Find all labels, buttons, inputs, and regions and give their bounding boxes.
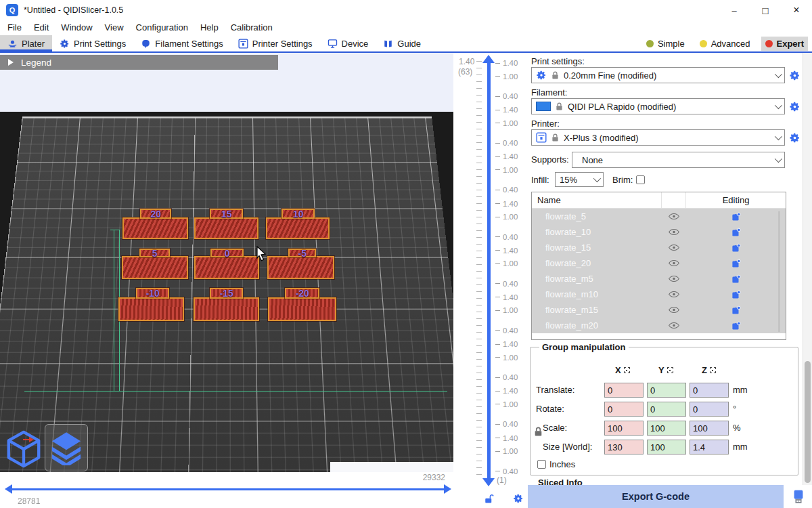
layer-slider-upper-thumb[interactable] bbox=[482, 55, 495, 63]
lock-icon bbox=[551, 70, 559, 80]
viewport-3d[interactable]: 20 15 10 5 0 -5 -10 -15 -20 Legend bbox=[0, 53, 453, 472]
rotate-x-input[interactable] bbox=[604, 402, 644, 417]
infill-combo[interactable]: 15% bbox=[555, 172, 604, 187]
object-row[interactable]: flowrate_5 bbox=[532, 209, 786, 224]
model-object[interactable]: 20 bbox=[122, 217, 188, 239]
lock-open-icon[interactable] bbox=[484, 493, 494, 505]
object-row[interactable]: flowrate_10 bbox=[532, 224, 786, 240]
menu-file[interactable]: File bbox=[1, 20, 28, 35]
object-row[interactable]: flowrate_m20 bbox=[532, 318, 786, 333]
model-object[interactable]: 15 bbox=[194, 217, 258, 239]
supports-combo[interactable]: None bbox=[572, 152, 785, 168]
size-x-input[interactable] bbox=[604, 440, 644, 454]
model-object[interactable]: 10 bbox=[266, 217, 330, 239]
object-row[interactable]: flowrate_20 bbox=[532, 255, 786, 271]
export-to-sd-button[interactable] bbox=[785, 485, 812, 508]
tab-device[interactable]: Device bbox=[320, 35, 376, 51]
inches-checkbox[interactable] bbox=[537, 460, 546, 469]
scale-z-input[interactable] bbox=[690, 421, 729, 436]
model-object[interactable]: 5 bbox=[122, 256, 188, 279]
visibility-eye-icon[interactable] bbox=[662, 244, 686, 251]
rotate-z-input[interactable] bbox=[690, 402, 729, 417]
printer-icon bbox=[238, 39, 248, 49]
editing-icon[interactable] bbox=[686, 212, 786, 221]
tab-printer-settings[interactable]: Printer Settings bbox=[231, 35, 320, 51]
tab-guide[interactable]: Guide bbox=[376, 35, 428, 51]
visibility-eye-icon[interactable] bbox=[662, 228, 686, 236]
chevron-down-icon bbox=[775, 70, 782, 78]
filament-combo[interactable]: QIDI PLA Rapido (modified) bbox=[531, 98, 785, 114]
tab-plater[interactable]: Plater bbox=[0, 35, 52, 51]
tab-filament-settings[interactable]: Filament Settings bbox=[133, 35, 230, 51]
translate-z-input[interactable] bbox=[690, 383, 729, 398]
menu-edit[interactable]: Edit bbox=[28, 20, 55, 35]
object-row[interactable]: flowrate_m10 bbox=[532, 287, 786, 302]
editing-icon[interactable] bbox=[686, 259, 786, 268]
column-visibility bbox=[662, 192, 686, 208]
scale-y-input[interactable] bbox=[647, 421, 686, 436]
minimize-button[interactable]: – bbox=[719, 0, 750, 20]
gcode-slider-track[interactable] bbox=[11, 488, 444, 490]
model-object[interactable]: 0 bbox=[194, 256, 259, 279]
object-list-scrollbar[interactable] bbox=[778, 211, 780, 332]
tab-print-settings[interactable]: Print Settings bbox=[52, 35, 133, 51]
edit-filament-gear-icon[interactable] bbox=[789, 101, 800, 112]
menu-calibration[interactable]: Calibration bbox=[225, 20, 279, 35]
gcode-slider-right-thumb[interactable] bbox=[444, 484, 451, 494]
visibility-eye-icon[interactable] bbox=[662, 213, 686, 220]
size-y-input[interactable] bbox=[647, 440, 686, 454]
menu-configuration[interactable]: Configuration bbox=[130, 20, 194, 35]
brim-checkbox[interactable] bbox=[636, 175, 645, 184]
model-object[interactable]: -10 bbox=[118, 297, 184, 321]
uniform-scale-lock-icon[interactable] bbox=[534, 426, 543, 437]
close-button[interactable]: × bbox=[781, 0, 812, 20]
slider-settings-gear-icon[interactable] bbox=[513, 493, 524, 504]
gear-icon bbox=[536, 70, 547, 81]
object-name: flowrate_15 bbox=[532, 242, 662, 253]
visibility-eye-icon[interactable] bbox=[662, 259, 686, 267]
preview-view-button[interactable] bbox=[45, 424, 88, 471]
visibility-eye-icon[interactable] bbox=[662, 306, 686, 314]
export-gcode-button[interactable]: Export G-code bbox=[528, 485, 784, 508]
layer-slider-track[interactable] bbox=[487, 62, 491, 478]
tick-label: 1.00 bbox=[495, 353, 518, 362]
printer-combo[interactable]: X-Plus 3 (modified) bbox=[531, 129, 785, 146]
editing-icon[interactable] bbox=[686, 321, 786, 331]
object-row[interactable]: flowrate_m5 bbox=[532, 271, 786, 287]
gcode-slider-left-thumb[interactable] bbox=[5, 484, 12, 494]
visibility-eye-icon[interactable] bbox=[662, 291, 686, 298]
editing-icon[interactable] bbox=[686, 305, 786, 315]
menu-window[interactable]: Window bbox=[55, 20, 98, 35]
maximize-button[interactable]: □ bbox=[750, 0, 781, 20]
model-object[interactable]: -20 bbox=[268, 297, 336, 321]
model-object[interactable]: -15 bbox=[194, 297, 259, 321]
edit-print-settings-gear-icon[interactable] bbox=[789, 70, 800, 81]
menu-help[interactable]: Help bbox=[194, 20, 225, 35]
model-object[interactable]: -5 bbox=[267, 256, 334, 279]
visibility-eye-icon[interactable] bbox=[662, 322, 686, 329]
layer-slider-lower-thumb[interactable] bbox=[482, 478, 495, 486]
edit-printer-gear-icon[interactable] bbox=[789, 132, 800, 144]
scale-x-input[interactable] bbox=[604, 421, 644, 436]
editor-view-button[interactable] bbox=[3, 427, 45, 471]
sidebar-scrollbar[interactable] bbox=[803, 53, 812, 485]
tick-label: 1.40 bbox=[495, 339, 518, 349]
visibility-eye-icon[interactable] bbox=[662, 275, 686, 282]
object-row[interactable]: flowrate_15 bbox=[532, 240, 786, 255]
editing-icon[interactable] bbox=[686, 228, 786, 237]
sidebar-scrollbar-thumb[interactable] bbox=[805, 361, 811, 483]
mode-expert[interactable]: Expert bbox=[761, 37, 808, 51]
mode-advanced[interactable]: Advanced bbox=[696, 37, 754, 51]
translate-x-input[interactable] bbox=[604, 383, 644, 398]
rotate-y-input[interactable] bbox=[647, 402, 686, 417]
legend-bar[interactable]: Legend bbox=[0, 55, 278, 70]
size-z-input[interactable] bbox=[690, 440, 729, 454]
print-settings-combo[interactable]: 0.20mm Fine (modified) bbox=[531, 67, 785, 83]
editing-icon[interactable] bbox=[686, 243, 786, 253]
menu-view[interactable]: View bbox=[99, 20, 130, 35]
object-row[interactable]: flowrate_m15 bbox=[532, 302, 786, 318]
mode-simple[interactable]: Simple bbox=[642, 37, 689, 51]
editing-icon[interactable] bbox=[686, 274, 786, 284]
translate-y-input[interactable] bbox=[647, 383, 686, 398]
editing-icon[interactable] bbox=[686, 290, 786, 299]
